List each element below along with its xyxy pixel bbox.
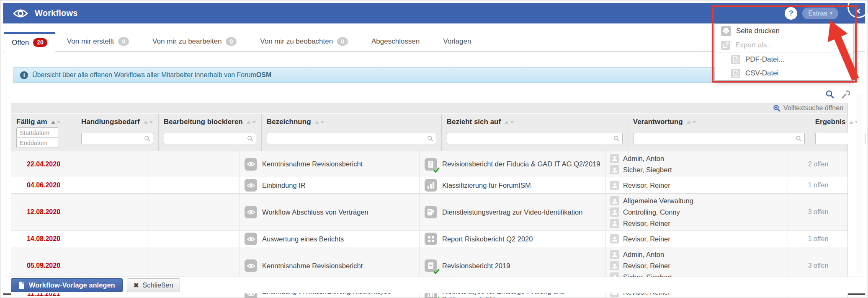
bezeichnung-filter-input[interactable] xyxy=(267,133,436,144)
tab-offen[interactable]: Offen 20 xyxy=(4,32,55,52)
menu-item-label: Seite drucken xyxy=(736,27,780,35)
column-sort-control[interactable]: Fällig am xyxy=(16,118,71,126)
tab-label: Offen xyxy=(12,39,29,47)
title-bar: Workflows ? Extras ▾ ✕ xyxy=(3,3,865,23)
workflows-table: Volltextsuche öffnen Fällig am Handlungs xyxy=(11,103,848,298)
workflows-window: Workflows ? Extras ▾ ✕ Offen 20 Von mir … xyxy=(0,0,868,298)
tab-vorlagen[interactable]: Vorlagen xyxy=(431,32,483,51)
column-sort-control[interactable]: Verantwortung xyxy=(633,118,805,126)
search-icon[interactable] xyxy=(825,90,835,99)
tab-abgeschlossen[interactable]: Abgeschlossen xyxy=(360,32,431,51)
reference-cell: Dienstleistungsvertrag zur Video-Identif… xyxy=(420,194,606,231)
menu-item-csv-datei[interactable]: CSV-Datei xyxy=(715,66,853,80)
table-row[interactable]: 14.08.2020 Auswertung eines Berichts Rep… xyxy=(11,231,847,247)
menu-item-label: CSV-Datei xyxy=(745,69,778,78)
reference-name: Report Risikobericht Q2 2020 xyxy=(442,235,533,243)
result-cell: 3 offen xyxy=(788,194,848,231)
sort-icons xyxy=(51,121,61,124)
column-label: Bezieht sich auf xyxy=(447,118,501,126)
workflow-name-cell: Auswertung eines Berichts xyxy=(240,231,420,247)
responsible-person: Controlling, Conny xyxy=(610,207,680,217)
extras-menu: Seite drucken Export als... PDF-Datei...… xyxy=(715,23,854,80)
report-grid-icon xyxy=(425,233,437,245)
table-toolbar xyxy=(3,89,850,100)
bezieht-sich-auf-filter-input[interactable] xyxy=(447,133,623,144)
responsible-person: Revisor, Reiner xyxy=(610,181,670,190)
tab-von-mir-zu-beobachten[interactable]: Von mir zu beobachten 0 xyxy=(248,32,360,51)
document-check-icon xyxy=(425,259,437,272)
menu-item-pdf-datei[interactable]: PDF-Datei... xyxy=(715,52,853,66)
bar-chart-icon xyxy=(425,179,437,192)
reference-name: Klassifizierung für ForumISM xyxy=(442,181,531,189)
vertical-scrollbar[interactable] xyxy=(857,94,862,275)
person-icon xyxy=(610,261,619,270)
table-row[interactable]: 12.08.2020 Workflow Abschluss von Verträ… xyxy=(11,194,847,231)
tab-count-badge: 0 xyxy=(226,37,237,46)
table-row[interactable]: 22.04.2020 Kenntnisnahme Revisionsberich… xyxy=(11,151,847,177)
handlungsbedarf-filter-input[interactable] xyxy=(81,133,153,144)
search-icon xyxy=(144,135,150,142)
column-sort-control[interactable]: Bezeichnung xyxy=(267,118,436,126)
responsible-person: Revisor, Reiner xyxy=(610,219,670,228)
check-icon xyxy=(433,269,440,274)
due-date: 14.08.2020 xyxy=(11,231,76,247)
column-sort-control[interactable]: Handlungsbedarf xyxy=(81,118,153,126)
person-icon xyxy=(610,154,619,163)
column-sort-control[interactable]: Bearbeitung blockieren xyxy=(164,118,256,126)
reference-name: Revisionsbericht der Fiducia & GAD IT AG… xyxy=(442,160,600,168)
menu-item-label: Export als... xyxy=(735,41,773,49)
footer-bar: Workflow-Vorlage anlegen ✖ Schließen xyxy=(3,277,865,293)
responsible-cell: Revisor, Reiner xyxy=(606,231,788,247)
workflow-eye-icon xyxy=(245,179,257,192)
sort-icons xyxy=(687,121,696,124)
tab-von-mir-erstellt[interactable]: Von mir erstellt 0 xyxy=(55,32,141,51)
search-icon xyxy=(613,135,620,142)
workflow-name-cell: Workflow Abschluss von Verträgen xyxy=(240,194,420,231)
due-date: 04.06.2020 xyxy=(11,177,76,193)
responsible-person: Revisor, Reiner xyxy=(610,234,670,244)
bearbeitung-blockieren-filter-input[interactable] xyxy=(164,133,256,144)
tab-von-mir-zu-bearbeiten[interactable]: Von mir zu bearbeiten 0 xyxy=(141,32,248,51)
menu-item-export-als: Export als... xyxy=(715,38,853,52)
reference-name: Dienstleistungsvertrag zur Video-Identif… xyxy=(442,208,582,216)
close-icon[interactable]: ✕ xyxy=(855,7,861,16)
blockieren-cell xyxy=(147,194,240,231)
column-bearbeitung-blockieren: Bearbeitung blockieren xyxy=(159,114,262,151)
sort-icons xyxy=(505,121,514,124)
verantwortung-filter-input[interactable] xyxy=(633,133,805,144)
due-date: 12.08.2020 xyxy=(11,194,76,231)
blockieren-cell xyxy=(147,231,240,247)
enddatum-filter-input[interactable] xyxy=(16,137,58,148)
create-workflow-template-label: Workflow-Vorlage anlegen xyxy=(29,281,115,289)
help-button[interactable]: ? xyxy=(785,7,797,20)
responsible-person: Revisor, Reiner xyxy=(610,261,670,270)
menu-item-seite-drucken[interactable]: Seite drucken xyxy=(715,24,853,38)
handlungsbedarf-cell xyxy=(76,151,147,177)
export-icon xyxy=(721,41,730,50)
person-icon xyxy=(610,196,619,205)
workflow-name: Kenntnisnahme Revisionsbericht xyxy=(262,262,363,270)
person-icon xyxy=(610,250,619,259)
wrench-icon[interactable] xyxy=(841,90,850,99)
startdatum-filter-input[interactable] xyxy=(16,127,58,138)
contract-icon xyxy=(425,206,437,218)
fulltext-search-toggle[interactable]: Volltextsuche öffnen xyxy=(11,103,847,114)
column-handlungsbedarf: Handlungsbedarf xyxy=(76,114,159,151)
result-cell: 1 offen xyxy=(788,231,848,247)
reference-name: Revisionsbericht 2019 xyxy=(442,262,510,270)
column-sort-control[interactable]: Bezieht sich auf xyxy=(447,118,623,126)
extras-button[interactable]: Extras ▾ xyxy=(802,8,838,19)
tab-label: Von mir zu bearbeiten xyxy=(152,37,222,46)
close-dialog-button[interactable]: ✖ Schließen xyxy=(127,278,180,292)
reference-cell: Revisionsbericht der Fiducia & GAD IT AG… xyxy=(420,151,606,177)
document-icon xyxy=(18,281,25,289)
workflow-eye-icon xyxy=(245,158,257,171)
create-workflow-template-button[interactable]: Workflow-Vorlage anlegen xyxy=(11,278,123,292)
column-label: Ergebnis xyxy=(815,118,846,126)
column-bezieht-sich-auf: Bezieht sich auf xyxy=(442,114,628,151)
csv-file-icon xyxy=(731,69,740,78)
tab-label: Von mir zu beobachten xyxy=(260,37,333,46)
workflow-eye-icon xyxy=(245,259,257,272)
table-row[interactable]: 04.06.2020 Einbindung IR Klassifizierung… xyxy=(11,177,847,194)
tab-count-badge: 0 xyxy=(118,37,129,46)
